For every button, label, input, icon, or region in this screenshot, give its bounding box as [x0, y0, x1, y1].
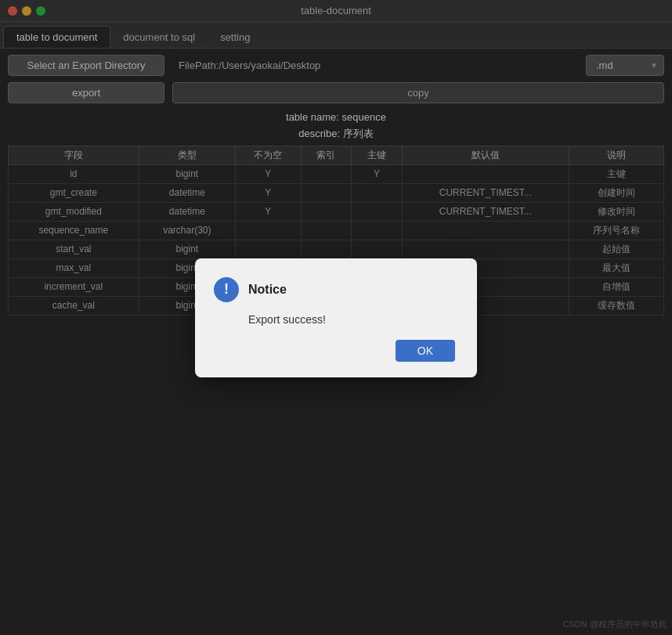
- modal-overlay: ! Notice Export success! OK: [0, 0, 672, 635]
- modal-title: Notice: [248, 283, 287, 297]
- notice-icon: !: [214, 277, 239, 302]
- modal-header: ! Notice: [214, 277, 455, 302]
- modal-message: Export success!: [248, 313, 455, 326]
- notice-modal: ! Notice Export success! OK: [195, 258, 477, 377]
- modal-footer: OK: [214, 340, 455, 362]
- ok-button[interactable]: OK: [396, 340, 455, 362]
